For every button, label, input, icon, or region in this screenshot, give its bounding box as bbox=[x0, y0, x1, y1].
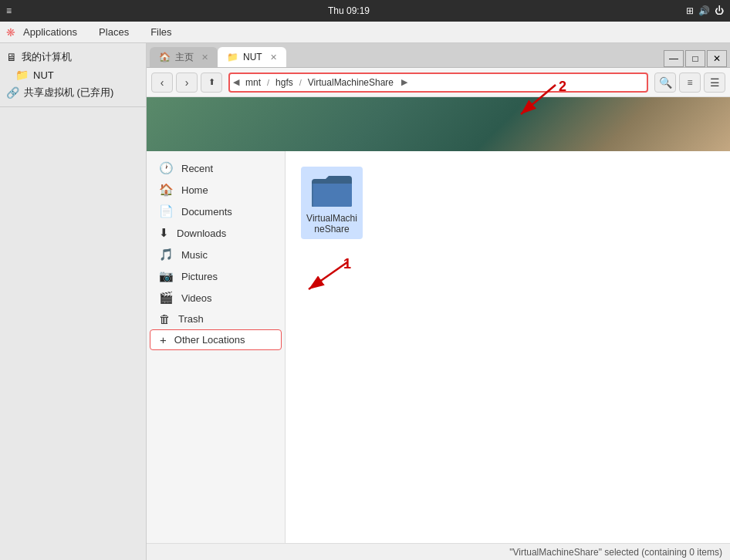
files-menu[interactable]: Files bbox=[146, 25, 176, 39]
back-button[interactable]: ‹ bbox=[151, 73, 173, 93]
music-icon: 🎵 bbox=[159, 248, 174, 261]
tab-home-label: 主页 bbox=[175, 51, 194, 64]
downloads-icon: ⬇ bbox=[159, 226, 169, 240]
sidebar-item-documents-label: Documents bbox=[181, 206, 232, 218]
banner-image bbox=[147, 97, 730, 151]
sidebar-item-home[interactable]: 🏠 Home bbox=[147, 179, 285, 201]
trash-icon: 🗑 bbox=[159, 312, 171, 326]
sidebar-item-downloads-label: Downloads bbox=[177, 228, 226, 239]
system-bar-icon: ≡ bbox=[6, 5, 12, 16]
system-bar: ≡ Thu 09:19 ⊞ 🔊 ⏻ bbox=[0, 0, 730, 22]
tree-section: 🖥 我的计算机 📁 NUT 🔗 共享虚拟机 (已弃用) bbox=[0, 43, 146, 107]
sidebar-item-pictures[interactable]: 📷 Pictures bbox=[147, 265, 285, 287]
status-text: "VirtualMachineShare" selected (containi… bbox=[509, 547, 722, 558]
folder-item-vms[interactable]: VirtualMachineShare bbox=[301, 167, 363, 239]
power-icon[interactable]: ⏻ bbox=[715, 5, 724, 16]
tab-bar: 🏠 主页 ✕ 📁 NUT ✕ — □ ✕ bbox=[147, 43, 730, 68]
menu-button[interactable]: ☰ bbox=[704, 73, 725, 93]
tab-home[interactable]: 🏠 主页 ✕ bbox=[150, 47, 218, 67]
maximize-button[interactable]: □ bbox=[685, 50, 705, 67]
folder-svg-icon bbox=[310, 171, 353, 208]
tab-nut-label: NUT bbox=[243, 52, 262, 62]
toolbar: ‹ › ⬆ ◀ mnt / hgfs / VirtualMachineShare… bbox=[147, 68, 730, 97]
window-controls: — □ ✕ bbox=[664, 50, 727, 67]
sidebar-item-music[interactable]: 🎵 Music bbox=[147, 244, 285, 265]
close-button[interactable]: ✕ bbox=[707, 50, 727, 67]
applications-menu[interactable]: Applications bbox=[19, 25, 82, 39]
volume-icon: 🔊 bbox=[698, 5, 710, 16]
folder-label-vms: VirtualMachineShare bbox=[306, 213, 358, 234]
left-panel: 🖥 我的计算机 📁 NUT 🔗 共享虚拟机 (已弃用) bbox=[0, 43, 147, 560]
breadcrumb-sep-1: / bbox=[267, 78, 269, 87]
menu-bar: ❋ Applications Places Files bbox=[0, 22, 730, 43]
content-area: 🕐 Recent 🏠 Home 📄 Documents ⬇ Downloads … bbox=[147, 151, 730, 543]
status-bar: "VirtualMachineShare" selected (containi… bbox=[147, 543, 730, 560]
breadcrumb-mnt[interactable]: mnt bbox=[242, 76, 264, 89]
breadcrumb-vms[interactable]: VirtualMachineShare bbox=[305, 76, 397, 89]
sidebar-item-trash[interactable]: 🗑 Trash bbox=[147, 309, 285, 329]
breadcrumb-hgfs[interactable]: hgfs bbox=[272, 76, 296, 89]
sidebar-item-other-label: Other Locations bbox=[174, 334, 245, 346]
sidebar-item-pictures-label: Pictures bbox=[181, 271, 218, 282]
file-manager: 🏠 主页 ✕ 📁 NUT ✕ — □ ✕ ‹ › ⬆ ◀ mnt bbox=[147, 43, 730, 560]
view-button[interactable]: ≡ bbox=[679, 73, 701, 93]
folder-icon: 📁 bbox=[15, 69, 29, 81]
shared-icon: 🔗 bbox=[6, 86, 19, 99]
system-bar-left: ≡ bbox=[6, 5, 12, 16]
forward-button[interactable]: › bbox=[176, 73, 198, 93]
breadcrumb-bar: ◀ mnt / hgfs / VirtualMachineShare ▶ bbox=[228, 73, 648, 93]
tab-home-close[interactable]: ✕ bbox=[201, 52, 208, 62]
tab-nut-icon: 📁 bbox=[227, 52, 238, 62]
main-window: 🖥 我的计算机 📁 NUT 🔗 共享虚拟机 (已弃用) 🏠 主页 ✕ 📁 bbox=[0, 43, 730, 560]
videos-icon: 🎬 bbox=[159, 291, 174, 305]
breadcrumb-right-arrow[interactable]: ▶ bbox=[401, 77, 407, 87]
sidebar: 🕐 Recent 🏠 Home 📄 Documents ⬇ Downloads … bbox=[147, 151, 286, 543]
places-menu[interactable]: Places bbox=[94, 25, 133, 39]
tree-item-shared-vm[interactable]: 🔗 共享虚拟机 (已弃用) bbox=[0, 83, 146, 102]
network-icon: ⊞ bbox=[686, 5, 694, 16]
sidebar-item-videos[interactable]: 🎬 Videos bbox=[147, 287, 285, 309]
apps-menu-group: ❋ Applications bbox=[6, 25, 82, 39]
sidebar-item-recent-label: Recent bbox=[181, 163, 213, 174]
sidebar-item-trash-label: Trash bbox=[178, 313, 204, 325]
tree-item-my-computer[interactable]: 🖥 我的计算机 bbox=[0, 48, 146, 66]
sidebar-item-other-locations[interactable]: + Other Locations bbox=[150, 329, 282, 350]
tree-item-label: 共享虚拟机 (已弃用) bbox=[24, 86, 113, 100]
pictures-icon: 📷 bbox=[159, 269, 174, 283]
sidebar-item-recent[interactable]: 🕐 Recent bbox=[147, 157, 285, 179]
breadcrumb-sep-2: / bbox=[299, 78, 302, 87]
home-icon: 🏠 bbox=[159, 183, 174, 197]
tree-item-label: 我的计算机 bbox=[22, 50, 72, 64]
search-button[interactable]: 🔍 bbox=[654, 73, 676, 93]
tab-nut-close[interactable]: ✕ bbox=[270, 52, 277, 62]
up-button[interactable]: ⬆ bbox=[201, 73, 222, 93]
computer-icon: 🖥 bbox=[6, 51, 17, 63]
other-locations-icon: + bbox=[160, 333, 167, 346]
tree-item-nut[interactable]: 📁 NUT bbox=[0, 66, 146, 83]
tab-nut[interactable]: 📁 NUT ✕ bbox=[218, 47, 286, 67]
system-time: Thu 09:19 bbox=[328, 5, 370, 16]
system-bar-right: ⊞ 🔊 ⏻ bbox=[686, 5, 724, 16]
minimize-button[interactable]: — bbox=[664, 50, 684, 67]
tree-item-label: NUT bbox=[33, 69, 54, 81]
recent-icon: 🕐 bbox=[159, 161, 174, 175]
apps-grid-icon: ❋ bbox=[6, 26, 15, 39]
sidebar-item-downloads[interactable]: ⬇ Downloads bbox=[147, 222, 285, 244]
breadcrumb-left-arrow[interactable]: ◀ bbox=[233, 77, 239, 87]
sidebar-item-documents[interactable]: 📄 Documents bbox=[147, 201, 285, 222]
sidebar-item-home-label: Home bbox=[181, 184, 208, 196]
sidebar-item-music-label: Music bbox=[181, 249, 208, 261]
file-content: VirtualMachineShare bbox=[286, 151, 730, 543]
documents-icon: 📄 bbox=[159, 204, 174, 218]
tab-home-icon: 🏠 bbox=[159, 52, 171, 62]
sidebar-item-videos-label: Videos bbox=[181, 292, 212, 304]
